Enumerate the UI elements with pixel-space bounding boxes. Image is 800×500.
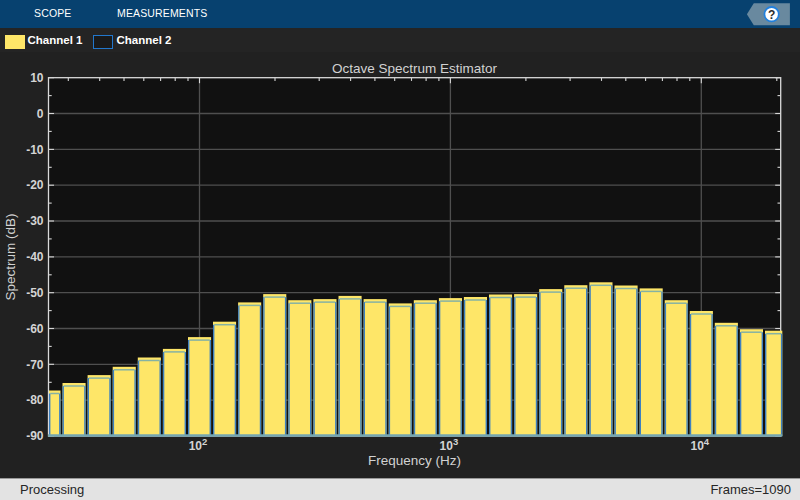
svg-text:-60: -60 bbox=[26, 321, 44, 335]
svg-text:-90: -90 bbox=[26, 429, 44, 443]
svg-text:-70: -70 bbox=[26, 357, 44, 371]
svg-text:?: ? bbox=[768, 8, 775, 22]
svg-text:-80: -80 bbox=[26, 393, 44, 407]
svg-text:-40: -40 bbox=[26, 250, 44, 264]
svg-text:10: 10 bbox=[30, 70, 44, 84]
svg-text:-20: -20 bbox=[26, 178, 44, 192]
svg-text:-10: -10 bbox=[26, 142, 44, 156]
svg-text:-30: -30 bbox=[26, 214, 44, 228]
svg-text:Spectrum (dB): Spectrum (dB) bbox=[3, 213, 18, 300]
svg-text:Frequency (Hz): Frequency (Hz) bbox=[368, 453, 461, 468]
svg-text:-50: -50 bbox=[26, 285, 44, 299]
svg-text:0: 0 bbox=[37, 106, 44, 120]
svg-text:Octave Spectrum Estimator: Octave Spectrum Estimator bbox=[332, 61, 498, 76]
